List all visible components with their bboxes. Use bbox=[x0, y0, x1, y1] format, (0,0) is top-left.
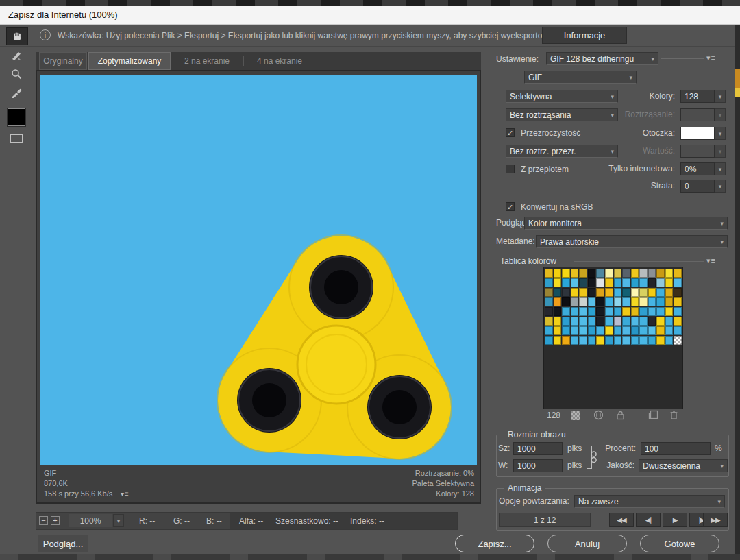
color-swatch[interactable] bbox=[605, 269, 613, 278]
color-swatch[interactable] bbox=[674, 336, 682, 345]
color-swatch[interactable] bbox=[605, 288, 613, 297]
color-swatch[interactable] bbox=[631, 326, 639, 335]
color-swatch[interactable] bbox=[562, 269, 570, 278]
height-input[interactable]: 1000 bbox=[513, 459, 563, 472]
color-swatch[interactable] bbox=[639, 278, 648, 287]
colors-value[interactable]: 128 bbox=[680, 90, 715, 103]
color-swatch[interactable] bbox=[554, 278, 562, 287]
color-swatch[interactable] bbox=[588, 288, 596, 297]
color-swatch[interactable] bbox=[571, 336, 579, 345]
tab-2-up[interactable]: 2 na ekranie bbox=[173, 52, 241, 70]
color-swatch[interactable] bbox=[648, 317, 656, 326]
interlaced-checkbox[interactable] bbox=[506, 165, 515, 173]
color-swatch[interactable] bbox=[545, 297, 553, 306]
color-swatch[interactable] bbox=[596, 269, 604, 278]
color-swatch[interactable] bbox=[596, 336, 604, 345]
transparency-dither-dropdown[interactable]: Bez roztrz. przezr.▾ bbox=[506, 145, 618, 158]
constrain-proportions-icon[interactable] bbox=[590, 450, 597, 464]
color-swatch[interactable] bbox=[665, 269, 674, 278]
play-button[interactable]: ▶ bbox=[663, 513, 687, 527]
color-swatch[interactable] bbox=[579, 317, 587, 326]
color-swatch[interactable] bbox=[562, 278, 570, 287]
color-swatch[interactable] bbox=[562, 297, 570, 306]
last-frame-button[interactable]: ▶▶ bbox=[703, 513, 728, 527]
color-swatch[interactable] bbox=[554, 288, 562, 297]
color-swatch[interactable] bbox=[596, 326, 604, 335]
color-swatch[interactable] bbox=[554, 307, 562, 316]
color-swatch[interactable] bbox=[571, 288, 579, 297]
color-swatch[interactable] bbox=[674, 297, 682, 306]
color-swatch[interactable] bbox=[562, 326, 570, 335]
width-input[interactable]: 1000 bbox=[513, 442, 563, 455]
color-swatch[interactable] bbox=[579, 326, 587, 335]
color-swatch[interactable] bbox=[605, 317, 613, 326]
color-swatch[interactable] bbox=[545, 336, 553, 345]
color-swatch[interactable] bbox=[631, 297, 639, 306]
color-swatch[interactable] bbox=[605, 336, 613, 345]
color-swatch[interactable] bbox=[614, 297, 622, 306]
color-swatch[interactable] bbox=[554, 326, 562, 335]
color-swatch[interactable] bbox=[674, 278, 682, 287]
color-swatch[interactable] bbox=[648, 297, 656, 306]
color-swatch[interactable] bbox=[545, 269, 553, 278]
preview-dropdown[interactable]: Kolor monitora▾ bbox=[524, 217, 728, 230]
matte-dropdown-button[interactable]: ▾ bbox=[715, 127, 726, 140]
color-swatch[interactable] bbox=[614, 336, 622, 345]
previous-frame-button[interactable]: ◀| bbox=[636, 513, 661, 527]
color-swatch[interactable] bbox=[674, 307, 682, 316]
anuluj-button[interactable]: Anuluj bbox=[547, 535, 627, 552]
convert-srgb-checkbox[interactable]: ✓ bbox=[506, 202, 515, 211]
web-shift-icon[interactable] bbox=[593, 410, 604, 420]
eyedropper-color-swatch[interactable] bbox=[8, 108, 25, 126]
slice-select-tool[interactable] bbox=[6, 47, 27, 64]
color-swatch[interactable] bbox=[631, 288, 639, 297]
loop-options-dropdown[interactable]: Na zawsze▾ bbox=[574, 495, 725, 508]
optimize-menu-icon[interactable]: ▾≡ bbox=[706, 53, 716, 62]
color-swatch[interactable] bbox=[596, 317, 604, 326]
color-swatch[interactable] bbox=[665, 288, 674, 297]
color-swatch[interactable] bbox=[639, 326, 648, 335]
color-swatch[interactable] bbox=[639, 269, 648, 278]
color-swatch[interactable] bbox=[571, 297, 579, 306]
color-swatch[interactable] bbox=[614, 317, 622, 326]
tab-4-up[interactable]: 4 na ekranie bbox=[245, 52, 314, 70]
color-swatch[interactable] bbox=[562, 336, 570, 345]
color-swatch[interactable] bbox=[622, 336, 630, 345]
color-swatch[interactable] bbox=[605, 278, 613, 287]
color-swatch[interactable] bbox=[622, 317, 630, 326]
color-swatch[interactable] bbox=[588, 278, 596, 287]
color-swatch[interactable] bbox=[596, 307, 604, 316]
new-color-icon[interactable] bbox=[648, 410, 658, 420]
color-swatch[interactable] bbox=[571, 317, 579, 326]
web-snap-dropdown-button[interactable]: ▾ bbox=[715, 162, 726, 175]
color-swatch[interactable] bbox=[656, 269, 665, 278]
color-swatch[interactable] bbox=[656, 307, 665, 316]
color-swatch[interactable] bbox=[605, 307, 613, 316]
color-swatch[interactable] bbox=[648, 307, 656, 316]
color-swatch[interactable] bbox=[665, 307, 674, 316]
zapisz-button[interactable]: Zapisz... bbox=[455, 535, 534, 552]
percent-input[interactable]: 100 bbox=[641, 442, 711, 455]
zoom-tool[interactable] bbox=[6, 66, 27, 82]
color-swatch[interactable] bbox=[554, 269, 562, 278]
color-swatch[interactable] bbox=[648, 336, 656, 345]
quality-dropdown[interactable]: Dwusześcienna▾ bbox=[639, 459, 728, 472]
color-swatch[interactable] bbox=[554, 317, 562, 326]
color-swatch[interactable] bbox=[622, 326, 630, 335]
color-swatch[interactable] bbox=[545, 288, 553, 297]
color-swatch[interactable] bbox=[562, 317, 570, 326]
color-swatch[interactable] bbox=[588, 336, 596, 345]
colors-dropdown-button[interactable]: ▾ bbox=[715, 90, 726, 103]
color-swatch[interactable] bbox=[588, 297, 596, 306]
lossy-dropdown-button[interactable]: ▾ bbox=[715, 180, 726, 193]
color-swatch[interactable] bbox=[631, 317, 639, 326]
color-swatch[interactable] bbox=[639, 336, 648, 345]
zoom-in-button[interactable]: + bbox=[51, 516, 60, 525]
color-swatch[interactable] bbox=[614, 307, 622, 316]
color-swatch[interactable] bbox=[614, 269, 622, 278]
zoom-level-value[interactable]: 100% bbox=[69, 514, 112, 527]
color-swatch[interactable] bbox=[648, 326, 656, 335]
dialog-title-bar[interactable]: Zapisz dla Internetu (100%) bbox=[0, 6, 740, 25]
download-speed-menu-icon[interactable]: ▾≡ bbox=[121, 490, 130, 498]
optimized-preview-canvas[interactable] bbox=[40, 75, 477, 465]
